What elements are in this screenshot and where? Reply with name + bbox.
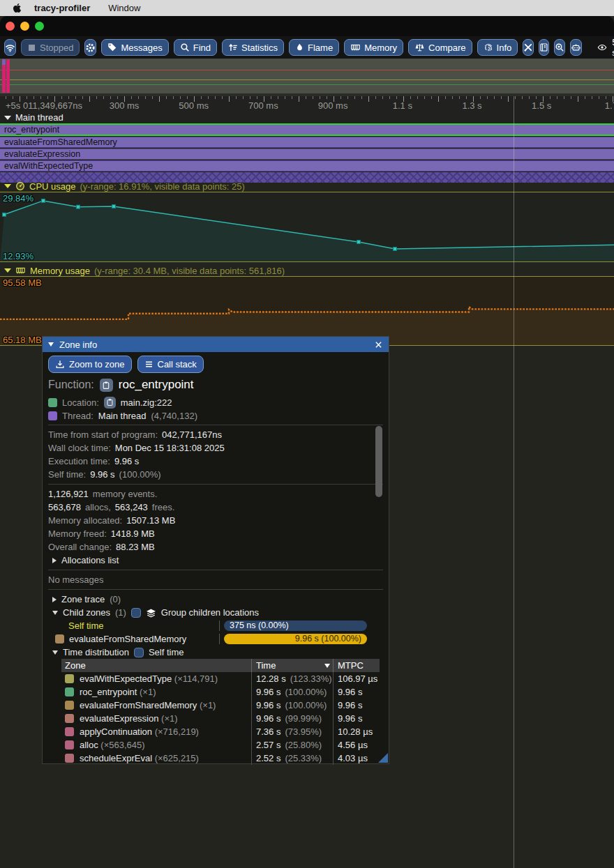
zone-color-swatch xyxy=(65,701,74,710)
capture-status-button[interactable]: Stopped xyxy=(21,39,80,56)
group-children-checkbox[interactable] xyxy=(131,608,141,618)
connection-button[interactable] xyxy=(4,39,16,56)
column-zone[interactable]: Zone xyxy=(61,659,251,672)
cpu-graph[interactable] xyxy=(0,192,614,262)
compare-button[interactable]: Compare xyxy=(408,39,472,56)
zone-info-stat-line: Execution time:9.96 s xyxy=(48,455,383,468)
eye-icon xyxy=(597,43,608,52)
ruler-tick xyxy=(306,96,306,99)
tools-button[interactable] xyxy=(523,39,534,56)
zone-bar-evaluateFromSharedMemory[interactable]: evaluateFromSharedMemory xyxy=(0,137,614,148)
location-value: main.zig:222 xyxy=(121,397,172,408)
find-button[interactable]: Find xyxy=(174,39,217,56)
frame-bar[interactable] xyxy=(6,59,10,93)
menu-app-name[interactable]: tracy-profiler xyxy=(34,3,90,13)
column-time[interactable]: Time xyxy=(251,659,333,672)
ruler-tick xyxy=(278,96,278,99)
zone-info-stat-line: Memory allocated:1507.13 MB xyxy=(48,514,383,527)
zoom-window-button[interactable] xyxy=(35,22,44,31)
search-icon xyxy=(180,43,190,52)
table-row[interactable]: evaluateExpression (×1)9.96 s(99.99%)9.9… xyxy=(61,712,380,725)
close-window-button[interactable] xyxy=(6,22,15,31)
expand-icon xyxy=(52,558,57,563)
thread-header[interactable]: Main thread xyxy=(0,112,614,123)
collapse-icon xyxy=(4,184,11,188)
table-row[interactable]: evalWithExpectedType (×114,791)12.28 s(1… xyxy=(61,672,380,685)
self-time-checkbox[interactable] xyxy=(134,648,144,657)
memory-meta: (y-range: 30.4 MB, visible data points: … xyxy=(94,266,285,276)
zone-bar-roc_entrypoint[interactable]: roc_entrypoint xyxy=(0,123,614,136)
ruler-tick xyxy=(152,96,153,99)
scrollbar-thumb[interactable] xyxy=(375,426,382,497)
ruler-tick xyxy=(61,96,62,99)
table-row[interactable]: scheduleExprEval (×625,215)2.52 s(25.33%… xyxy=(61,752,380,765)
ruler-tick xyxy=(606,96,606,99)
copy-clipboard-icon[interactable] xyxy=(100,379,113,392)
collapse-icon xyxy=(52,650,58,655)
zoom-to-zone-button[interactable]: Zoom to zone xyxy=(48,356,132,373)
menu-window[interactable]: Window xyxy=(108,3,140,13)
table-row[interactable]: alloc (×563,645)2.57 s(25.80%)4.56 µs xyxy=(61,738,380,752)
memory-section-header[interactable]: Memory usage (y-range: 30.4 MB, visible … xyxy=(0,265,614,276)
cpu-meta: (y-range: 16.91%, visible data points: 2… xyxy=(80,181,244,192)
search-plus-icon xyxy=(555,43,564,52)
allocations-list-expander[interactable]: Allocations list xyxy=(48,554,383,567)
copy-clipboard-icon[interactable] xyxy=(104,397,116,409)
time-distribution-expander[interactable]: Time distribution Self time xyxy=(48,646,383,659)
minimize-window-button[interactable] xyxy=(20,22,29,31)
ruler-tick xyxy=(571,96,571,99)
child-zone-bar[interactable]: 9.96 s (100.00%) xyxy=(224,634,367,644)
memory-button[interactable]: Memory xyxy=(344,39,403,56)
table-row[interactable]: applyContinuation (×716,219)7.36 s(73.95… xyxy=(61,725,380,738)
ruler-tick xyxy=(515,96,516,99)
column-mtpc[interactable]: MTPC xyxy=(333,659,380,672)
frame-overview[interactable] xyxy=(0,59,614,93)
zoom-search-button[interactable] xyxy=(554,39,565,56)
window-resize-handle[interactable] xyxy=(378,753,388,763)
cpu-section-header[interactable]: CPU usage (y-range: 16.91%, visible data… xyxy=(0,181,614,192)
messages-button[interactable]: Messages xyxy=(101,39,168,56)
table-row[interactable]: evaluateFromSharedMemory (×1)9.96 s(100.… xyxy=(61,699,380,712)
zone-bar-evalWithExpectedType[interactable]: evalWithExpectedType xyxy=(0,160,614,172)
zone-color-swatch xyxy=(65,727,74,736)
time-distribution-table: ZoneTimeMTPCevalWithExpectedType (×114,7… xyxy=(61,659,380,765)
ruler-tick xyxy=(417,96,418,99)
memory-graph[interactable] xyxy=(0,276,614,346)
timeline-ruler[interactable]: +5s 011,349,667ns 300 ms500 ms700 ms900 … xyxy=(0,96,614,112)
ram-icon xyxy=(350,43,361,52)
child-zones-expander[interactable]: Child zones (1) Group children locations xyxy=(48,606,383,619)
thread-name: Main thread xyxy=(15,112,63,123)
child-zone-swatch xyxy=(55,634,64,644)
frame-boundary-line xyxy=(514,96,514,868)
apple-menu-icon[interactable] xyxy=(13,3,22,13)
ruler-tick xyxy=(236,96,237,99)
notes-button[interactable] xyxy=(539,39,549,56)
child-zone-row[interactable]: evaluateFromSharedMemory 9.96 s (100.00%… xyxy=(48,632,383,646)
table-row[interactable]: roc_entrypoint (×1)9.96 s(100.00%)9.96 s xyxy=(61,685,380,699)
info-button[interactable]: Info xyxy=(477,39,518,56)
zone-bar-evaluateExpression[interactable]: evaluateExpression xyxy=(0,149,614,160)
gauge-icon xyxy=(15,181,25,191)
cpu-min-label: 12.93% xyxy=(3,251,33,261)
capture-status-label: Stopped xyxy=(40,43,73,53)
robot-button[interactable] xyxy=(570,39,582,56)
ruler-origin-label: +5s 011,349,667ns xyxy=(6,100,82,111)
flame-button[interactable]: Flame xyxy=(289,39,339,56)
ruler-tick xyxy=(208,96,209,99)
ruler-tick-label: 500 ms xyxy=(179,100,209,111)
ruler-tick xyxy=(410,96,411,99)
zone-info-scroll-area[interactable]: Time from start of program:042,771,167ns… xyxy=(48,428,383,765)
self-time-bar[interactable]: 375 ns (0.00%) xyxy=(224,620,367,631)
zone-info-stat-line: 1,126,921memory events. xyxy=(48,487,383,501)
zone-info-title: Zone info xyxy=(59,340,97,350)
statistics-button[interactable]: Statistics xyxy=(222,39,284,56)
zone-info-titlebar[interactable]: Zone info xyxy=(43,337,389,352)
zone-color-swatch xyxy=(65,714,74,723)
call-stack-button[interactable]: Call stack xyxy=(137,356,204,373)
close-icon[interactable] xyxy=(374,340,383,349)
options-button[interactable] xyxy=(84,39,96,56)
zone-trace-expander[interactable]: Zone trace (0) xyxy=(48,593,383,606)
view-time-indicator[interactable]: 5 s xyxy=(597,37,614,58)
thread-timeline: Main thread roc_entrypointevaluateFromSh… xyxy=(0,112,614,183)
table-header-row[interactable]: ZoneTimeMTPC xyxy=(61,659,380,672)
